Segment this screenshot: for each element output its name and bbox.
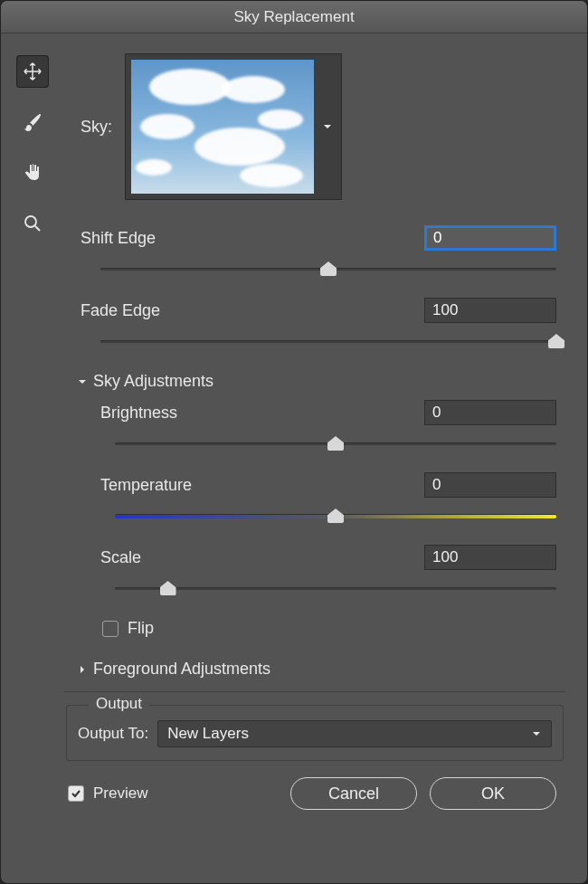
- zoom-tool[interactable]: [16, 207, 49, 240]
- preview-checkbox[interactable]: [68, 785, 84, 802]
- slider-thumb[interactable]: [548, 334, 564, 348]
- output-legend: Output: [89, 695, 149, 713]
- scale-slider[interactable]: [115, 579, 556, 599]
- flip-checkbox-row[interactable]: Flip: [64, 613, 565, 654]
- temperature-slider[interactable]: [115, 507, 556, 527]
- brightness-input[interactable]: [424, 400, 556, 425]
- flip-label: Flip: [128, 619, 154, 638]
- ok-button[interactable]: OK: [430, 777, 556, 810]
- fade-edge-input[interactable]: [424, 298, 556, 323]
- preview-label: Preview: [93, 784, 147, 803]
- shift-edge-label: Shift Edge: [81, 229, 156, 248]
- fade-edge-label: Fade Edge: [81, 301, 160, 320]
- hand-icon: [22, 162, 43, 184]
- output-fieldset: Output Output To: New Layers: [66, 705, 564, 761]
- brightness-slider[interactable]: [115, 434, 556, 454]
- brightness-label: Brightness: [100, 404, 177, 423]
- brush-tool[interactable]: [16, 106, 49, 138]
- output-to-select[interactable]: New Layers: [157, 720, 552, 747]
- tool-strip: [1, 33, 64, 883]
- temperature-input[interactable]: [424, 472, 556, 498]
- shift-edge-input[interactable]: [424, 225, 556, 251]
- sky-label: Sky:: [81, 118, 112, 137]
- hand-tool[interactable]: [16, 157, 49, 189]
- slider-thumb[interactable]: [327, 509, 344, 523]
- foreground-adjustments-section[interactable]: Foreground Adjustments: [64, 654, 565, 684]
- titlebar[interactable]: Sky Replacement: [1, 1, 587, 33]
- temperature-label: Temperature: [100, 476, 192, 495]
- slider-thumb[interactable]: [320, 261, 337, 276]
- sky-thumbnail: [131, 60, 314, 194]
- output-to-label: Output To:: [78, 725, 148, 743]
- chevron-down-icon: [314, 54, 341, 199]
- sky-adjustments-section[interactable]: Sky Adjustments: [64, 366, 565, 396]
- move-icon: [23, 62, 43, 81]
- cancel-button[interactable]: Cancel: [290, 777, 417, 810]
- svg-point-0: [25, 216, 36, 227]
- window-title: Sky Replacement: [233, 8, 354, 26]
- brush-icon: [22, 111, 43, 133]
- slider-thumb[interactable]: [160, 581, 176, 595]
- chevron-down-icon: [77, 376, 88, 387]
- fade-edge-slider[interactable]: [100, 332, 556, 352]
- scale-input[interactable]: [424, 545, 556, 570]
- shift-edge-slider[interactable]: [100, 260, 556, 280]
- sky-preset-dropdown[interactable]: [125, 53, 342, 200]
- scale-label: Scale: [100, 548, 141, 567]
- chevron-down-icon: [531, 728, 542, 739]
- zoom-icon: [22, 213, 43, 234]
- flip-checkbox[interactable]: [102, 621, 119, 637]
- preview-checkbox-row[interactable]: Preview: [68, 784, 147, 803]
- divider: [64, 691, 565, 692]
- check-icon: [71, 788, 81, 799]
- slider-thumb[interactable]: [327, 436, 344, 451]
- move-tool[interactable]: [16, 55, 49, 88]
- chevron-right-icon: [77, 664, 88, 675]
- sky-replacement-dialog: Sky Replacement Sky:: [0, 0, 588, 884]
